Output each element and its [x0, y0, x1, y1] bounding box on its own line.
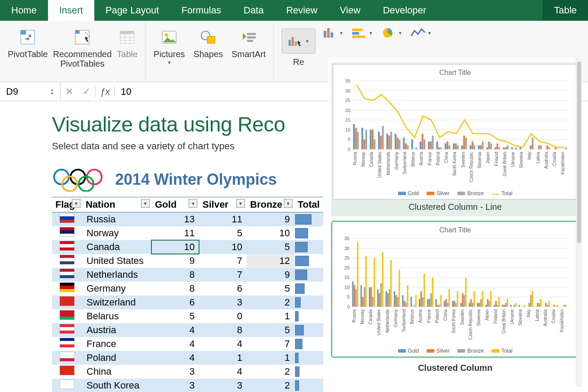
shapes-button[interactable]: Shapes	[189, 21, 227, 82]
svg-rect-23	[324, 31, 326, 38]
ribbon-tab-table[interactable]: Table	[543, 0, 588, 21]
filter-icon[interactable]: ▾	[189, 199, 197, 208]
cancel-formula-button[interactable]: ✕	[61, 86, 78, 97]
ribbon-tab-view[interactable]: View	[329, 0, 372, 21]
ribbon-tab-developer[interactable]: Developer	[372, 0, 437, 21]
svg-rect-263	[470, 299, 472, 307]
svg-rect-226	[377, 289, 379, 307]
ribbon-tab-insert[interactable]: Insert	[48, 0, 94, 21]
table-row[interactable]: Austria485	[52, 323, 323, 337]
svg-text:Kazakhstan: Kazakhstan	[560, 152, 565, 174]
svg-rect-241	[502, 305, 503, 307]
svg-rect-320	[515, 303, 516, 307]
fx-label[interactable]: ƒx	[95, 86, 115, 97]
chart-option-clustered-column-line[interactable]: Chart Title 05101520253035RussiaNorwayCa…	[333, 64, 578, 199]
svg-rect-177	[540, 145, 542, 149]
table-row[interactable]: Canada10105	[52, 240, 323, 254]
svg-text:35: 35	[344, 237, 350, 241]
table-row[interactable]: Norway11510	[52, 226, 323, 240]
pivottable-button[interactable]: PivotTable	[3, 21, 52, 82]
pictures-button[interactable]: Pictures ▼	[149, 21, 189, 82]
col-header-nation[interactable]: Nation▼	[82, 197, 151, 212]
filter-icon[interactable]: ▼	[72, 199, 80, 208]
svg-rect-108	[395, 134, 396, 149]
filter-icon[interactable]: ▼	[141, 199, 150, 208]
svg-rect-25	[331, 32, 333, 38]
svg-text:Russia: Russia	[353, 152, 357, 165]
svg-rect-305	[390, 260, 392, 307]
filter-icon[interactable]: ▼	[284, 199, 292, 208]
table-row[interactable]: Netherlands879	[52, 268, 323, 282]
table-row[interactable]: Russia13119	[52, 212, 323, 227]
svg-text:35: 35	[345, 79, 350, 84]
svg-text:Sweden: Sweden	[460, 309, 465, 325]
recommended-pivottables-button[interactable]: Recommended PivotTables	[52, 21, 112, 82]
table-row[interactable]: Germany865	[52, 282, 323, 296]
svg-text:Croatia: Croatia	[551, 309, 556, 324]
svg-rect-40	[60, 230, 74, 234]
panel-scrollbar[interactable]	[576, 58, 582, 387]
table-row[interactable]: China342	[52, 365, 323, 379]
svg-point-4	[87, 34, 88, 35]
svg-rect-111	[420, 141, 421, 149]
ribbon-tab-home[interactable]: Home	[0, 0, 48, 21]
chart-preview-2: 05101520253035RussiaNorwayCanadaUnited S…	[337, 237, 570, 341]
ribbon-tab-formulas[interactable]: Formulas	[170, 0, 232, 21]
svg-text:United States: United States	[377, 152, 382, 178]
pie-chart-button[interactable]: ▼	[379, 24, 404, 42]
ribbon-tab-data[interactable]: Data	[232, 0, 275, 21]
col-header-flag[interactable]: Flag▼	[52, 197, 82, 212]
svg-rect-123	[520, 147, 521, 149]
chart-option-clustered-column[interactable]: Chart Title 05101520253035RussiaNorwayCa…	[331, 221, 579, 358]
svg-rect-155	[357, 132, 359, 149]
name-box[interactable]: D9 ▲▼	[0, 82, 61, 101]
svg-text:Canada: Canada	[369, 152, 374, 167]
svg-rect-230	[411, 297, 412, 307]
svg-point-6	[85, 32, 87, 34]
col-header-gold[interactable]: Gold▾	[151, 197, 199, 212]
line-chart-button[interactable]: ▼	[409, 24, 433, 42]
svg-rect-26	[352, 29, 363, 31]
col-header-total[interactable]: Total	[294, 197, 323, 212]
col-header-silver[interactable]: Silver▼	[199, 197, 247, 212]
ribbon-tab-review[interactable]: Review	[275, 0, 328, 21]
svg-text:Slovakia: Slovakia	[518, 309, 523, 326]
svg-rect-296	[530, 295, 531, 307]
svg-rect-321	[524, 305, 525, 307]
table-row[interactable]: Belarus501	[52, 309, 323, 323]
table-row[interactable]: United States9712	[52, 254, 323, 268]
bar-chart-button[interactable]: ▼	[350, 24, 374, 42]
svg-text:Japan: Japan	[485, 152, 490, 164]
table-row[interactable]: France447	[52, 337, 323, 351]
svg-rect-164	[432, 135, 434, 149]
svg-text:Germany: Germany	[394, 152, 399, 170]
svg-text:Japan: Japan	[485, 309, 489, 321]
col-header-bronze[interactable]: Bronze▼	[247, 197, 294, 212]
recommended-charts-button[interactable]: ▼ Re	[277, 21, 315, 82]
svg-text:France: France	[427, 309, 431, 323]
table-button[interactable]: Table	[112, 21, 142, 82]
smartart-button[interactable]: SmartArt	[227, 21, 270, 82]
svg-rect-132	[380, 135, 382, 149]
smartart-icon	[240, 29, 257, 46]
svg-rect-286	[447, 303, 448, 307]
svg-text:Belarus: Belarus	[410, 309, 414, 324]
svg-rect-76	[60, 355, 74, 358]
svg-text:15: 15	[344, 275, 350, 280]
column-chart-button[interactable]: ▼	[321, 24, 345, 42]
svg-rect-119	[486, 147, 488, 149]
svg-rect-134	[397, 138, 398, 149]
medals-table[interactable]: Flag▼Nation▼Gold▾Silver▼Bronze▼Total Rus…	[52, 197, 323, 392]
ribbon-tab-page-layout[interactable]: Page Layout	[94, 0, 170, 21]
table-row[interactable]: South Korea332	[52, 379, 323, 392]
svg-rect-135	[405, 143, 407, 149]
table-row[interactable]: Poland411	[52, 351, 323, 365]
accept-formula-button[interactable]: ✓	[78, 86, 95, 97]
svg-rect-16	[207, 36, 215, 43]
olympic-rings-icon	[52, 167, 104, 192]
filter-icon[interactable]: ▼	[236, 199, 245, 208]
svg-rect-232	[427, 299, 428, 307]
recommended-charts-panel: Chart Title 05101520253035RussiaNorwayCa…	[328, 58, 582, 387]
table-row[interactable]: Switzerland632	[52, 296, 323, 309]
svg-text:Finland: Finland	[494, 152, 499, 166]
